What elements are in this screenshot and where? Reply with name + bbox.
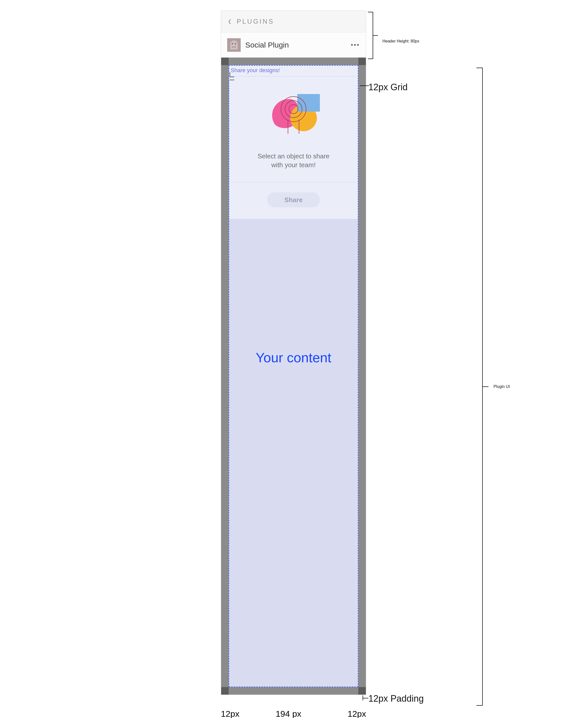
padding-band-left	[221, 58, 229, 695]
tagline: Share your designs!	[229, 67, 358, 76]
padding-corner	[221, 58, 229, 65]
share-card: Share your designs!	[229, 66, 358, 219]
plugin-title: Social Plugin	[245, 41, 345, 49]
annotation-padding: 12px Padding	[369, 693, 424, 704]
hero-illustration	[229, 86, 358, 139]
padding-corner	[358, 687, 366, 695]
panel-header: PLUGINS	[221, 11, 366, 33]
hero-text: Select an object to share with your team…	[229, 152, 358, 182]
hero-line1: Select an object to share	[257, 152, 330, 160]
divider	[231, 182, 356, 182]
padding-band-top	[221, 58, 366, 65]
annotation-label: 12px Grid	[369, 82, 407, 93]
annotation-grid: 12px Grid	[369, 82, 407, 93]
dimension-row: 12px 194 px 12px	[221, 709, 366, 718]
dimension-right: 12px	[346, 709, 366, 718]
annotation-label: 12px Padding	[369, 693, 424, 704]
hero-line2: with your team!	[271, 161, 316, 169]
annotation-connector	[360, 85, 369, 86]
annotation-header-height: Header Height: 80px	[368, 12, 419, 59]
plugin-title-row: Social Plugin	[221, 33, 366, 58]
padding-band-bottom	[221, 687, 366, 695]
breadcrumb-label[interactable]: PLUGINS	[237, 18, 274, 25]
dimension-center: 194 px	[231, 709, 346, 718]
svg-point-1	[285, 101, 302, 118]
annotation-plugin-ui: Plugin UI	[476, 67, 510, 706]
annotation-label: Header Height: 80px	[382, 39, 419, 43]
ghost-icon	[230, 40, 238, 49]
content-padding-frame: Share your designs!	[221, 58, 366, 695]
share-button[interactable]: Share	[267, 192, 320, 207]
padding-band-right	[358, 58, 366, 695]
divider	[231, 76, 356, 77]
plugin-ui-area: Share your designs!	[229, 65, 358, 687]
svg-point-0	[289, 105, 298, 114]
plugin-icon	[227, 38, 241, 52]
padding-corner	[358, 58, 366, 65]
padding-corner	[221, 687, 229, 695]
annotation-label: Plugin UI	[493, 384, 510, 389]
more-icon[interactable]	[350, 40, 360, 50]
back-icon[interactable]	[227, 19, 232, 24]
annotation-connector	[363, 698, 369, 698]
content-placeholder: Your content	[229, 350, 358, 365]
grid-marker-icon	[230, 77, 237, 84]
dimension-left: 12px	[221, 709, 231, 718]
plugin-panel: PLUGINS Social Plugin Share your designs…	[221, 11, 366, 695]
